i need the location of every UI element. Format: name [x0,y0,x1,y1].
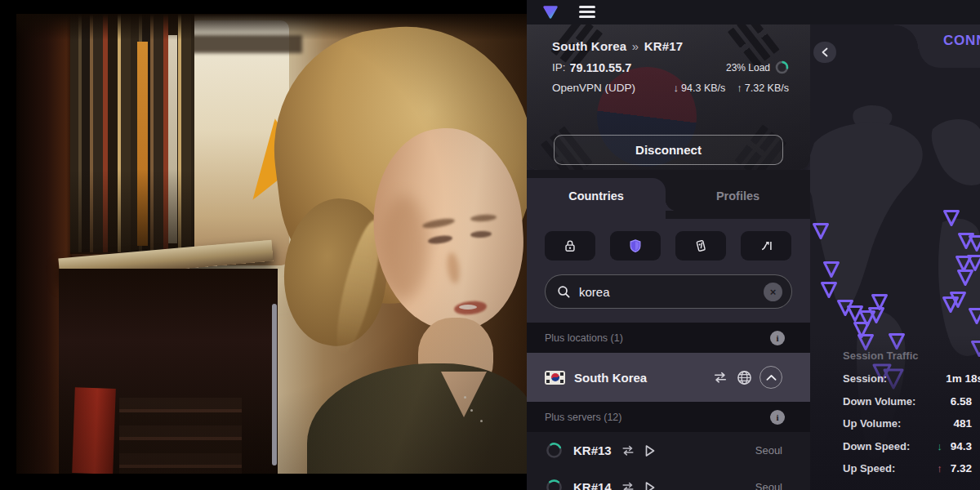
server-city: Seoul [755,481,782,490]
plus-locations-header: Plus locations (1) i [527,323,810,353]
clear-search-button[interactable]: × [764,283,782,301]
shield-icon [628,238,643,253]
search-input[interactable] [579,285,764,299]
app-topbar [527,0,980,24]
session-row: Down Volume: 6.58 [843,395,980,408]
location-list: Plus locations (1) i South Korea [527,323,810,490]
connect-play-icon[interactable] [644,444,656,457]
session-traffic-panel: Session Traffic Session: 1m 18s Down Vol… [843,350,980,485]
swap-servers-icon[interactable] [620,480,636,490]
protocol-label: OpenVPN (UDP) [552,82,635,94]
safebrowse-shield-button[interactable] [610,231,661,261]
up-arrow-icon: ↑ [937,462,942,474]
server-load-ring-icon [546,479,563,490]
ip-address: 79.110.55.7 [570,61,632,74]
down-arrow-icon: ↓ [674,82,679,94]
south-korea-flag-icon [545,371,565,385]
app-logo-icon [541,3,559,21]
session-traffic-title: Session Traffic [843,350,980,362]
server-load-ring-icon [546,442,563,459]
session-row: Session: 1m 18s [843,372,980,385]
privacy-lock-button[interactable] [545,231,595,261]
vpn-main-panel: South Korea » KR#17 IP: 79.110.55.7 23% … [527,24,810,490]
safeswap-button[interactable] [741,231,791,261]
streaming-servers-button[interactable] [675,231,726,261]
search-icon [557,285,571,299]
video-player-background [0,0,528,490]
safeswap-arrow-icon [759,238,774,253]
tab-content: × [527,219,810,323]
swap-servers-icon[interactable] [711,370,729,385]
server-load-text: 23% Load [726,62,770,74]
connection-server: KR#17 [644,39,684,53]
connection-card: South Korea » KR#17 IP: 79.110.55.7 23% … [527,24,810,170]
chevron-up-icon [766,374,777,381]
collapse-country-button[interactable] [760,366,782,389]
session-row: Down Speed: ↓ 94.3 [843,440,980,452]
server-row-kr14[interactable]: KR#14 Seoul [527,469,810,490]
session-row: Up Volume: 481 [843,417,980,430]
plus-servers-header: Plus servers (12) i [527,402,810,432]
up-arrow-icon: ↑ [737,82,742,94]
streaming-ticket-icon [693,238,708,253]
tab-profiles[interactable]: Profiles [666,189,810,203]
download-speed: ↓94.3 KB/s [674,82,726,94]
swap-servers-icon[interactable] [620,443,636,457]
tab-countries[interactable]: Countries [527,189,666,203]
separator: » [630,39,641,53]
server-name: KR#14 [573,480,612,490]
connection-title: South Korea » KR#17 [552,39,789,53]
country-row-south-korea[interactable]: South Korea [527,353,810,402]
disconnect-button[interactable]: Disconnect [554,135,783,165]
server-city: Seoul [755,444,782,457]
session-row: Up Speed: ↑ 7.32 [843,462,980,474]
down-arrow-icon: ↓ [937,440,942,452]
connect-card-fillet [894,24,919,49]
globe-icon[interactable] [736,369,753,386]
search-box: × [545,274,792,309]
collapse-panel-button[interactable] [813,42,836,63]
info-icon[interactable]: i [770,410,785,425]
map-panel: CONNECT Session Traffic Session: 1m 18s … [810,24,980,490]
chevron-left-icon [821,47,829,57]
upload-speed: ↑7.32 KB/s [737,82,789,94]
connect-play-icon[interactable] [644,481,656,490]
ip-label: IP: [552,61,566,74]
server-row-kr13[interactable]: KR#13 Seoul [527,432,810,469]
list-scrollbar[interactable] [272,304,277,466]
lock-icon [563,238,577,253]
tab-bar: Countries Profiles [527,170,810,219]
hamburger-menu-icon[interactable] [579,6,595,19]
info-icon[interactable]: i [770,331,785,345]
country-name: South Korea [574,371,647,385]
server-load-ring-icon [775,60,789,74]
connect-button[interactable]: CONNECT [943,33,980,49]
server-name: KR#13 [573,443,612,457]
connection-country: South Korea [552,39,626,53]
